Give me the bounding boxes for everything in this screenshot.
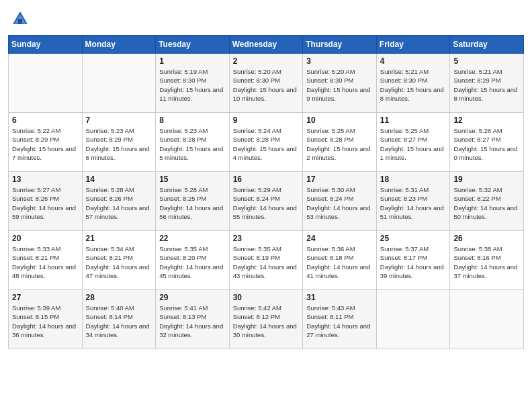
cell-content: Sunrise: 5:19 AMSunset: 8:30 PMDaylight:…: [159, 67, 226, 103]
cell-content: Sunrise: 5:40 AMSunset: 8:14 PMDaylight:…: [86, 304, 152, 339]
cell-content: Sunrise: 5:23 AMSunset: 8:29 PMDaylight:…: [86, 126, 152, 162]
day-number: 30: [233, 293, 300, 302]
day-number: 23: [233, 234, 300, 243]
cell-content: Sunrise: 5:35 AMSunset: 8:20 PMDaylight:…: [159, 244, 226, 280]
cell-content: Sunrise: 5:25 AMSunset: 8:28 PMDaylight:…: [306, 126, 373, 162]
calendar-cell: 22Sunrise: 5:35 AMSunset: 8:20 PMDayligh…: [156, 231, 230, 290]
cell-content: Sunrise: 5:21 AMSunset: 8:30 PMDaylight:…: [380, 67, 447, 103]
calendar-cell: 9Sunrise: 5:24 AMSunset: 8:28 PMDaylight…: [229, 113, 303, 172]
calendar-cell: 7Sunrise: 5:23 AMSunset: 8:29 PMDaylight…: [82, 113, 156, 172]
day-number: 31: [306, 293, 373, 302]
day-number: 19: [453, 175, 520, 184]
cell-content: Sunrise: 5:26 AMSunset: 8:27 PMDaylight:…: [453, 126, 520, 162]
day-number: 6: [12, 116, 79, 125]
calendar-cell: 30Sunrise: 5:42 AMSunset: 8:12 PMDayligh…: [229, 290, 303, 349]
cell-content: Sunrise: 5:32 AMSunset: 8:22 PMDaylight:…: [453, 185, 520, 221]
page: SundayMondayTuesdayWednesdayThursdayFrid…: [0, 0, 532, 411]
day-number: 20: [12, 234, 79, 243]
day-number: 24: [306, 234, 373, 243]
header-row: SundayMondayTuesdayWednesdayThursdayFrid…: [9, 36, 524, 54]
calendar-cell: 26Sunrise: 5:38 AMSunset: 8:16 PMDayligh…: [450, 231, 524, 290]
week-row-4: 20Sunrise: 5:33 AMSunset: 8:21 PMDayligh…: [9, 231, 524, 290]
cell-content: Sunrise: 5:38 AMSunset: 8:16 PMDaylight:…: [453, 244, 520, 280]
day-number: 28: [86, 293, 152, 302]
calendar-table: SundayMondayTuesdayWednesdayThursdayFrid…: [8, 35, 524, 349]
week-row-1: 1Sunrise: 5:19 AMSunset: 8:30 PMDaylight…: [9, 54, 524, 113]
calendar-cell: 25Sunrise: 5:37 AMSunset: 8:17 PMDayligh…: [376, 231, 450, 290]
calendar-cell: 19Sunrise: 5:32 AMSunset: 8:22 PMDayligh…: [450, 172, 524, 231]
svg-rect-2: [18, 19, 22, 24]
day-header-monday: Monday: [82, 36, 156, 54]
day-header-tuesday: Tuesday: [156, 36, 230, 54]
day-header-friday: Friday: [376, 36, 450, 54]
calendar-cell: 10Sunrise: 5:25 AMSunset: 8:28 PMDayligh…: [303, 113, 377, 172]
day-number: 15: [159, 175, 226, 184]
calendar-cell: 13Sunrise: 5:27 AMSunset: 8:26 PMDayligh…: [9, 172, 83, 231]
cell-content: Sunrise: 5:33 AMSunset: 8:21 PMDaylight:…: [12, 244, 79, 280]
cell-content: Sunrise: 5:22 AMSunset: 8:29 PMDaylight:…: [12, 126, 79, 162]
calendar-cell: [450, 290, 524, 349]
day-header-sunday: Sunday: [9, 36, 83, 54]
day-number: 14: [86, 175, 152, 184]
day-number: 8: [159, 116, 226, 125]
calendar-cell: 11Sunrise: 5:25 AMSunset: 8:27 PMDayligh…: [376, 113, 450, 172]
calendar-cell: 6Sunrise: 5:22 AMSunset: 8:29 PMDaylight…: [9, 113, 83, 172]
calendar-cell: 23Sunrise: 5:35 AMSunset: 8:19 PMDayligh…: [229, 231, 303, 290]
calendar-cell: [9, 54, 83, 113]
logo: [11, 9, 32, 28]
week-row-3: 13Sunrise: 5:27 AMSunset: 8:26 PMDayligh…: [9, 172, 524, 231]
calendar-cell: 18Sunrise: 5:31 AMSunset: 8:23 PMDayligh…: [376, 172, 450, 231]
day-number: 26: [453, 234, 520, 243]
day-number: 3: [306, 56, 373, 66]
calendar-cell: 17Sunrise: 5:30 AMSunset: 8:24 PMDayligh…: [303, 172, 377, 231]
calendar-cell: 1Sunrise: 5:19 AMSunset: 8:30 PMDaylight…: [156, 54, 230, 113]
cell-content: Sunrise: 5:30 AMSunset: 8:24 PMDaylight:…: [306, 185, 373, 221]
cell-content: Sunrise: 5:27 AMSunset: 8:26 PMDaylight:…: [12, 185, 79, 221]
day-number: 25: [380, 234, 447, 243]
day-number: 17: [306, 175, 373, 184]
day-number: 16: [233, 175, 300, 184]
calendar-cell: 20Sunrise: 5:33 AMSunset: 8:21 PMDayligh…: [9, 231, 83, 290]
cell-content: Sunrise: 5:25 AMSunset: 8:27 PMDaylight:…: [380, 126, 447, 162]
day-number: 13: [12, 175, 79, 184]
calendar-cell: 12Sunrise: 5:26 AMSunset: 8:27 PMDayligh…: [450, 113, 524, 172]
calendar-header: SundayMondayTuesdayWednesdayThursdayFrid…: [9, 36, 524, 54]
cell-content: Sunrise: 5:20 AMSunset: 8:30 PMDaylight:…: [306, 67, 373, 103]
header: [0, 0, 532, 32]
cell-content: Sunrise: 5:28 AMSunset: 8:26 PMDaylight:…: [86, 185, 152, 221]
calendar-cell: 8Sunrise: 5:23 AMSunset: 8:28 PMDaylight…: [156, 113, 230, 172]
calendar-cell: [82, 54, 156, 113]
cell-content: Sunrise: 5:36 AMSunset: 8:18 PMDaylight:…: [306, 244, 373, 280]
calendar-cell: 14Sunrise: 5:28 AMSunset: 8:26 PMDayligh…: [82, 172, 156, 231]
cell-content: Sunrise: 5:23 AMSunset: 8:28 PMDaylight:…: [159, 126, 226, 162]
calendar-cell: 29Sunrise: 5:41 AMSunset: 8:13 PMDayligh…: [156, 290, 230, 349]
cell-content: Sunrise: 5:43 AMSunset: 8:11 PMDaylight:…: [306, 304, 373, 339]
cell-content: Sunrise: 5:28 AMSunset: 8:25 PMDaylight:…: [159, 185, 226, 221]
day-number: 22: [159, 234, 226, 243]
day-header-saturday: Saturday: [450, 36, 524, 54]
day-number: 18: [380, 175, 447, 184]
day-number: 11: [380, 116, 447, 125]
calendar-cell: 31Sunrise: 5:43 AMSunset: 8:11 PMDayligh…: [303, 290, 377, 349]
calendar-body: 1Sunrise: 5:19 AMSunset: 8:30 PMDaylight…: [9, 54, 524, 349]
cell-content: Sunrise: 5:21 AMSunset: 8:29 PMDaylight:…: [453, 67, 520, 103]
day-number: 7: [86, 116, 152, 125]
day-number: 27: [12, 293, 79, 302]
cell-content: Sunrise: 5:29 AMSunset: 8:24 PMDaylight:…: [233, 185, 300, 221]
day-header-wednesday: Wednesday: [229, 36, 303, 54]
day-number: 4: [380, 56, 447, 66]
calendar-cell: 27Sunrise: 5:39 AMSunset: 8:15 PMDayligh…: [9, 290, 83, 349]
cell-content: Sunrise: 5:20 AMSunset: 8:30 PMDaylight:…: [233, 67, 300, 103]
calendar: SundayMondayTuesdayWednesdayThursdayFrid…: [0, 32, 532, 411]
cell-content: Sunrise: 5:24 AMSunset: 8:28 PMDaylight:…: [233, 126, 300, 162]
day-number: 5: [453, 56, 520, 66]
day-number: 29: [159, 293, 226, 302]
calendar-cell: 28Sunrise: 5:40 AMSunset: 8:14 PMDayligh…: [82, 290, 156, 349]
calendar-cell: 21Sunrise: 5:34 AMSunset: 8:21 PMDayligh…: [82, 231, 156, 290]
logo-icon: [11, 9, 30, 28]
cell-content: Sunrise: 5:41 AMSunset: 8:13 PMDaylight:…: [159, 304, 226, 339]
day-number: 1: [159, 56, 226, 66]
calendar-cell: 15Sunrise: 5:28 AMSunset: 8:25 PMDayligh…: [156, 172, 230, 231]
day-number: 10: [306, 116, 373, 125]
day-number: 21: [86, 234, 152, 243]
